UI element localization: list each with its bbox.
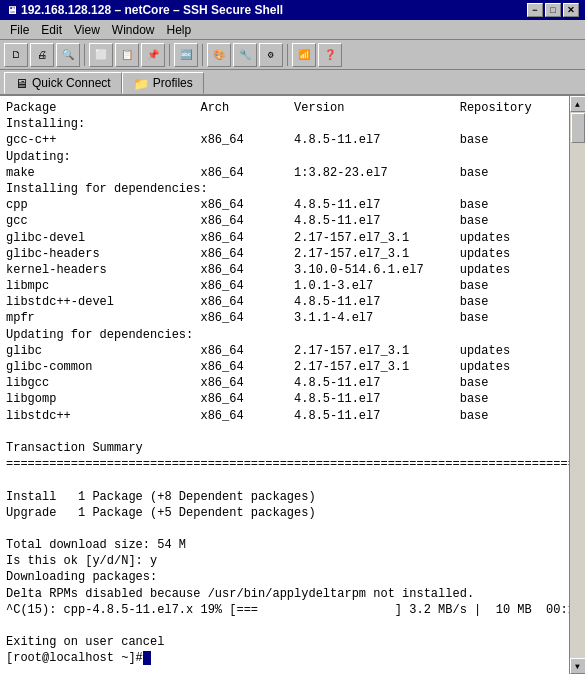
tabs-bar: 🖥 Quick Connect 📁 Profiles <box>0 70 585 96</box>
title-bar: 🖥 192.168.128.128 – netCore – SSH Secure… <box>0 0 585 20</box>
title-bar-controls: − □ ✕ <box>527 3 579 17</box>
toolbar-btn7[interactable]: 🔤 <box>174 43 198 67</box>
toolbar-btn6[interactable]: 📌 <box>141 43 165 67</box>
menu-help[interactable]: Help <box>161 21 198 39</box>
folder-icon: 📁 <box>133 76 149 91</box>
minimize-button[interactable]: − <box>527 3 543 17</box>
toolbar-separator-2 <box>169 44 170 66</box>
tab-quick-connect[interactable]: 🖥 Quick Connect <box>4 72 122 94</box>
toolbar-separator-3 <box>202 44 203 66</box>
close-button[interactable]: ✕ <box>563 3 579 17</box>
toolbar-btn10[interactable]: ⚙ <box>259 43 283 67</box>
title-bar-text: 🖥 192.168.128.128 – netCore – SSH Secure… <box>6 3 283 17</box>
app-icon: 🖥 <box>6 4 17 16</box>
scroll-up-button[interactable]: ▲ <box>570 96 586 112</box>
toolbar-separator-4 <box>287 44 288 66</box>
toolbar-btn11[interactable]: 📶 <box>292 43 316 67</box>
menu-edit[interactable]: Edit <box>35 21 68 39</box>
monitor-icon: 🖥 <box>15 76 28 91</box>
scroll-down-button[interactable]: ▼ <box>570 658 586 674</box>
menu-bar: File Edit View Window Help <box>0 20 585 40</box>
toolbar: 🗋 🖨 🔍 ⬜ 📋 📌 🔤 🎨 🔧 ⚙ 📶 ❓ <box>0 40 585 70</box>
menu-view[interactable]: View <box>68 21 106 39</box>
toolbar-btn4[interactable]: ⬜ <box>89 43 113 67</box>
tab-profiles[interactable]: 📁 Profiles <box>122 72 204 94</box>
menu-file[interactable]: File <box>4 21 35 39</box>
maximize-button[interactable]: □ <box>545 3 561 17</box>
toolbar-new[interactable]: 🗋 <box>4 43 28 67</box>
terminal-cursor <box>143 651 151 665</box>
toolbar-print[interactable]: 🖨 <box>30 43 54 67</box>
tab-profiles-label: Profiles <box>153 76 193 90</box>
toolbar-btn8[interactable]: 🎨 <box>207 43 231 67</box>
toolbar-btn5[interactable]: 📋 <box>115 43 139 67</box>
toolbar-find[interactable]: 🔍 <box>56 43 80 67</box>
terminal-container: Package Arch Version Repository Size Ins… <box>0 96 585 674</box>
toolbar-btn9[interactable]: 🔧 <box>233 43 257 67</box>
scrollbar[interactable]: ▲ ▼ <box>569 96 585 674</box>
terminal[interactable]: Package Arch Version Repository Size Ins… <box>0 96 569 674</box>
tab-quick-connect-label: Quick Connect <box>32 76 111 90</box>
toolbar-separator-1 <box>84 44 85 66</box>
toolbar-btn12[interactable]: ❓ <box>318 43 342 67</box>
scroll-thumb[interactable] <box>571 113 585 143</box>
menu-window[interactable]: Window <box>106 21 161 39</box>
scroll-track <box>570 112 585 658</box>
window-title: 192.168.128.128 – netCore – SSH Secure S… <box>21 3 283 17</box>
